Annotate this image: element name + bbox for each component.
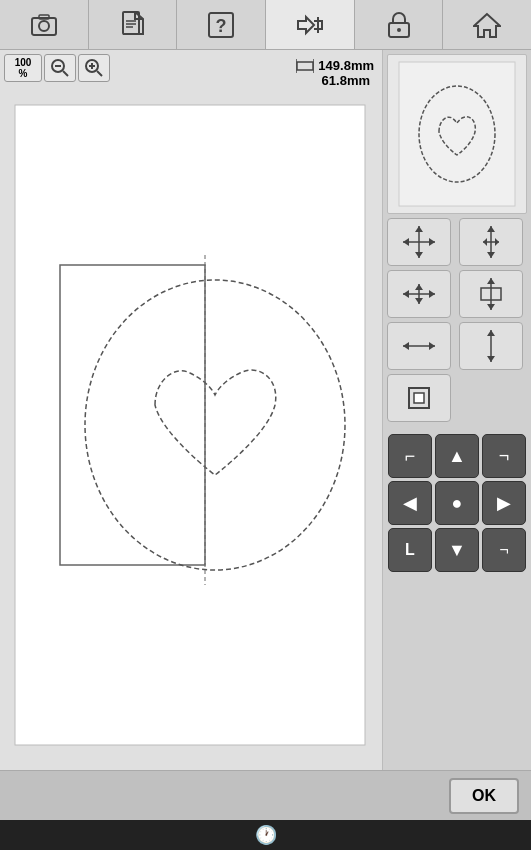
bottom-bar: OK: [0, 770, 531, 820]
nav-top-left-button[interactable]: ⌐: [388, 434, 432, 478]
alignment-single-row: [387, 374, 527, 422]
footer: 🕐: [0, 820, 531, 850]
svg-rect-27: [399, 62, 515, 206]
svg-marker-56: [487, 356, 495, 362]
svg-marker-33: [403, 238, 409, 246]
svg-marker-40: [495, 238, 499, 246]
main-area: 100%: [0, 50, 531, 770]
svg-rect-58: [414, 393, 424, 403]
nav-top-right-button[interactable]: ¬: [482, 434, 526, 478]
width-value: 149.8mm: [318, 58, 374, 73]
nav-bottom-left-button[interactable]: L: [388, 528, 432, 572]
svg-marker-48: [487, 278, 495, 284]
svg-rect-23: [15, 105, 365, 745]
toolbar-btn-lock[interactable]: [355, 0, 444, 49]
nav-center-button[interactable]: ●: [435, 481, 479, 525]
svg-marker-53: [429, 342, 435, 350]
svg-marker-31: [415, 226, 423, 232]
alignment-grid-2: [387, 270, 527, 318]
align-spread-h-button[interactable]: [387, 270, 451, 318]
height-value: 61.8mm: [322, 73, 370, 88]
clock-icon: 🕐: [255, 824, 277, 846]
zoom-in-button[interactable]: [78, 54, 110, 82]
svg-point-1: [39, 21, 49, 31]
ok-button[interactable]: OK: [449, 778, 519, 814]
nav-pad: ⌐ ▲ ¬ ◀ ● ▶ L ▼ ⌐: [388, 434, 526, 572]
zoom-controls: 100%: [4, 54, 110, 82]
svg-line-15: [63, 71, 68, 76]
svg-marker-12: [474, 14, 500, 37]
svg-marker-34: [429, 238, 435, 246]
svg-text:?: ?: [216, 16, 227, 36]
svg-rect-20: [297, 62, 313, 70]
align-left-center-button[interactable]: [387, 322, 451, 370]
svg-marker-32: [415, 252, 423, 258]
svg-marker-52: [403, 342, 409, 350]
svg-marker-36: [487, 226, 495, 232]
camera-icon: [30, 11, 58, 39]
nav-left-button[interactable]: ◀: [388, 481, 432, 525]
nav-bottom-right-button[interactable]: ⌐: [482, 528, 526, 572]
zoom-out-button[interactable]: [44, 54, 76, 82]
toolbar-btn-home[interactable]: [443, 0, 531, 49]
align-square-button[interactable]: [387, 374, 451, 422]
width-icon: [296, 59, 314, 73]
document-icon: [121, 11, 145, 39]
nav-up-button[interactable]: ▲: [435, 434, 479, 478]
svg-point-11: [397, 28, 401, 32]
svg-marker-49: [487, 304, 495, 310]
toolbar-btn-document[interactable]: [89, 0, 178, 49]
svg-marker-42: [403, 290, 409, 298]
alignment-grid-1: [387, 218, 527, 266]
svg-line-19: [97, 71, 102, 76]
transfer-icon: [294, 13, 326, 37]
toolbar-btn-camera[interactable]: [0, 0, 89, 49]
zoom-percent: 100%: [4, 54, 42, 82]
help-icon: ?: [207, 11, 235, 39]
lock-icon: [387, 11, 411, 39]
toolbar: ?: [0, 0, 531, 50]
svg-marker-39: [483, 238, 487, 246]
align-center-h-button[interactable]: [459, 218, 523, 266]
align-right-center-button[interactable]: [459, 322, 523, 370]
preview-box: [387, 54, 527, 214]
svg-rect-3: [123, 12, 139, 34]
svg-marker-37: [487, 252, 495, 258]
home-icon: [473, 11, 501, 39]
svg-marker-55: [487, 330, 495, 336]
right-panel: ⌐ ▲ ¬ ◀ ● ▶ L ▼ ⌐: [383, 50, 531, 770]
preview-svg: [397, 60, 517, 208]
toolbar-btn-help[interactable]: ?: [177, 0, 266, 49]
svg-marker-45: [415, 284, 423, 290]
nav-down-button[interactable]: ▼: [435, 528, 479, 572]
svg-marker-43: [429, 290, 435, 298]
align-spread-v-button[interactable]: [459, 270, 523, 318]
dimensions-display: 149.8mm 61.8mm: [296, 58, 374, 88]
toolbar-btn-transfer[interactable]: [266, 0, 355, 49]
svg-marker-46: [415, 298, 423, 304]
design-canvas: [0, 95, 383, 765]
align-center-all-button[interactable]: [387, 218, 451, 266]
canvas-area: 100%: [0, 50, 383, 770]
nav-right-button[interactable]: ▶: [482, 481, 526, 525]
alignment-grid-3: [387, 322, 527, 370]
